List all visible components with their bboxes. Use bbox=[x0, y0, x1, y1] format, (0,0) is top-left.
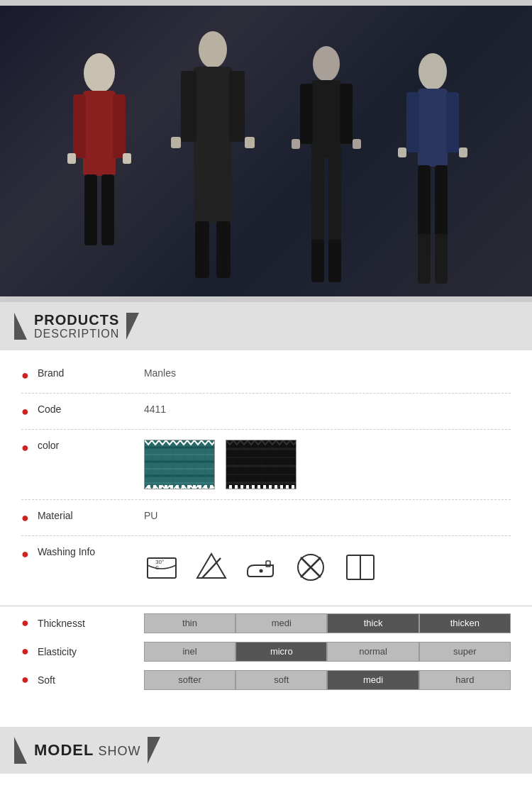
products-header-text: PRODUCTS DESCRIPTION bbox=[34, 312, 119, 340]
color-row: ● color bbox=[21, 430, 511, 500]
svg-rect-27 bbox=[418, 89, 448, 167]
svg-rect-18 bbox=[300, 84, 313, 144]
description-table: ● Brand Manles ● Code 4411 ● color bbox=[0, 350, 532, 606]
svg-rect-1 bbox=[83, 91, 116, 176]
model-header: MODEL SHOW bbox=[0, 727, 532, 774]
svg-rect-4 bbox=[84, 174, 97, 245]
bottom-space bbox=[0, 774, 532, 790]
thickness-thick: thick bbox=[327, 613, 419, 633]
character-3 bbox=[280, 41, 372, 289]
character-2 bbox=[160, 27, 266, 289]
properties-section: ● Thicknesst thin medi thick thicken ● E… bbox=[0, 606, 532, 713]
svg-rect-9 bbox=[194, 67, 232, 223]
svg-rect-29 bbox=[446, 92, 459, 152]
elasticity-bullet: ● bbox=[21, 644, 29, 659]
svg-rect-22 bbox=[311, 240, 324, 282]
svg-rect-12 bbox=[195, 221, 209, 278]
soft-medi: medi bbox=[327, 670, 419, 690]
model-slash-left bbox=[14, 737, 27, 764]
svg-rect-28 bbox=[406, 92, 419, 152]
code-value: 4411 bbox=[144, 404, 511, 415]
header-slash-left bbox=[14, 313, 27, 340]
color-label: color bbox=[38, 440, 144, 451]
products-title-line2: DESCRIPTION bbox=[34, 328, 119, 340]
svg-rect-15 bbox=[245, 137, 255, 148]
svg-rect-10 bbox=[181, 71, 196, 142]
svg-rect-24 bbox=[292, 139, 300, 149]
svg-rect-5 bbox=[101, 174, 114, 245]
svg-rect-31 bbox=[435, 165, 448, 236]
svg-point-65 bbox=[259, 569, 262, 572]
svg-rect-19 bbox=[340, 84, 353, 144]
thickness-scale: thin medi thick thicken bbox=[144, 613, 511, 633]
svg-rect-33 bbox=[435, 234, 448, 284]
svg-rect-35 bbox=[459, 148, 467, 157]
elasticity-super: super bbox=[419, 642, 511, 662]
model-header-text: MODEL SHOW bbox=[34, 741, 140, 760]
elasticity-label: Elasticity bbox=[38, 646, 144, 657]
washing-label: Washing Info bbox=[38, 546, 144, 557]
character-figures bbox=[0, 6, 532, 296]
svg-rect-25 bbox=[353, 139, 361, 149]
thickness-thin: thin bbox=[144, 613, 235, 633]
thickness-bullet: ● bbox=[21, 616, 29, 630]
svg-rect-13 bbox=[216, 221, 231, 278]
washing-row: ● Washing Info 30° C bbox=[21, 536, 511, 599]
character-4 bbox=[387, 48, 479, 289]
no-bleach-icon bbox=[194, 550, 229, 585]
soft-soft: soft bbox=[235, 670, 327, 690]
elasticity-micro: micro bbox=[235, 642, 327, 662]
brand-value: Manles bbox=[144, 367, 511, 379]
brand-row: ● Brand Manles bbox=[21, 357, 511, 394]
washing-icons: 30° C bbox=[144, 546, 511, 589]
products-header: PRODUCTS DESCRIPTION bbox=[0, 302, 532, 350]
svg-rect-23 bbox=[328, 240, 341, 282]
soft-softer: softer bbox=[144, 670, 235, 690]
no-tumble-icon bbox=[293, 550, 328, 585]
color-swatches bbox=[144, 440, 511, 489]
material-row: ● Material PU bbox=[21, 500, 511, 536]
svg-rect-32 bbox=[418, 234, 431, 284]
svg-text:C: C bbox=[155, 565, 159, 570]
washing-bullet: ● bbox=[21, 547, 29, 562]
svg-rect-17 bbox=[311, 80, 341, 158]
svg-rect-34 bbox=[398, 148, 406, 157]
dry-clean-icon bbox=[343, 550, 378, 585]
elasticity-row: ● Elasticity inel micro normal super bbox=[21, 642, 511, 662]
svg-rect-30 bbox=[418, 165, 431, 236]
soft-bullet: ● bbox=[21, 672, 29, 687]
swatch-teal[interactable] bbox=[144, 440, 215, 489]
character-1 bbox=[53, 48, 145, 289]
soft-hard: hard bbox=[419, 670, 511, 690]
svg-rect-21 bbox=[328, 157, 341, 242]
header-slash-right bbox=[126, 313, 139, 340]
thickness-thicken: thicken bbox=[419, 613, 511, 633]
color-bullet: ● bbox=[21, 440, 29, 455]
svg-rect-6 bbox=[67, 153, 76, 164]
code-label: Code bbox=[38, 404, 144, 415]
elasticity-normal: normal bbox=[327, 642, 419, 662]
brand-label: Brand bbox=[38, 367, 144, 379]
svg-rect-7 bbox=[123, 153, 131, 164]
swatch-black[interactable] bbox=[226, 440, 297, 489]
material-bullet: ● bbox=[21, 511, 29, 525]
top-bar bbox=[0, 0, 532, 6]
svg-rect-20 bbox=[311, 157, 324, 242]
svg-rect-14 bbox=[171, 137, 181, 148]
wash-30c-icon: 30° C bbox=[144, 550, 179, 585]
thickness-medi: medi bbox=[235, 613, 327, 633]
soft-row: ● Soft softer soft medi hard bbox=[21, 670, 511, 690]
material-value: PU bbox=[144, 510, 511, 521]
code-bullet: ● bbox=[21, 404, 29, 419]
thickness-label: Thicknesst bbox=[38, 618, 144, 629]
svg-rect-2 bbox=[73, 94, 86, 158]
code-row: ● Code 4411 bbox=[21, 394, 511, 430]
brand-bullet: ● bbox=[21, 368, 29, 383]
section-divider bbox=[0, 296, 532, 302]
svg-rect-11 bbox=[229, 71, 245, 142]
model-regular: SHOW bbox=[98, 744, 140, 759]
iron-icon bbox=[243, 550, 279, 585]
model-slash-right bbox=[148, 737, 160, 764]
svg-text:30°: 30° bbox=[155, 559, 164, 565]
soft-scale: softer soft medi hard bbox=[144, 670, 511, 690]
